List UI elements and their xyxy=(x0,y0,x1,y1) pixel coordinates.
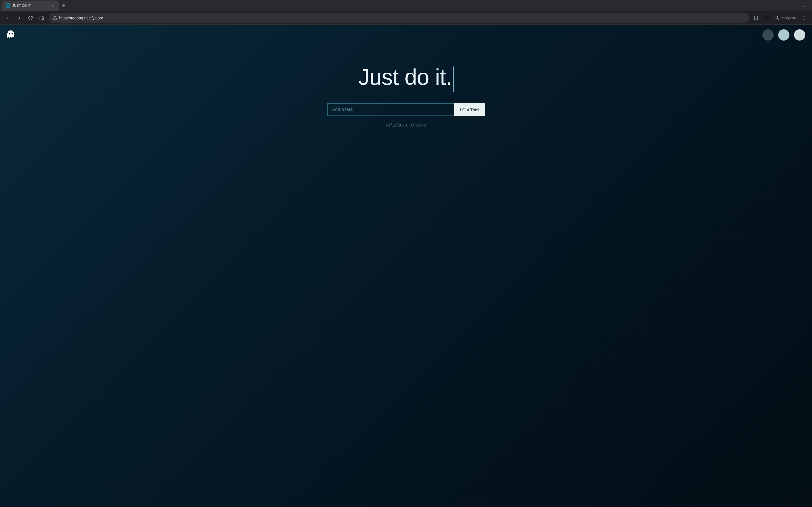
bookmark-button[interactable] xyxy=(751,13,760,22)
submit-task-button[interactable]: I Got This! xyxy=(454,103,485,116)
reload-icon xyxy=(28,15,33,20)
menu-icon xyxy=(802,15,807,20)
home-icon xyxy=(39,15,44,20)
tab-bar: JUST DO IT × + ⌄ xyxy=(0,0,812,11)
forward-button[interactable] xyxy=(15,13,24,22)
incognito-label: Incognito xyxy=(781,16,796,20)
split-screen-button[interactable] xyxy=(762,13,770,22)
lock-icon xyxy=(53,16,57,20)
app-header xyxy=(6,29,16,40)
url-text: https://todoog.netlify.app/ xyxy=(59,16,745,20)
tab-favicon xyxy=(6,3,10,8)
color-theme-picker xyxy=(762,29,805,41)
datetime-display: 01/11/2023, 03:52:02 xyxy=(386,123,426,127)
app-logo xyxy=(6,29,16,40)
bookmark-icon xyxy=(753,15,758,20)
svg-rect-0 xyxy=(54,18,57,19)
svg-point-4 xyxy=(804,16,804,17)
title-cursor xyxy=(453,66,454,92)
reload-button[interactable] xyxy=(26,13,35,22)
home-button[interactable] xyxy=(37,13,46,22)
app-content: Just do it. I Got This! 01/11/2023, 03:5… xyxy=(0,25,812,507)
toolbar-actions: Incognito xyxy=(751,13,809,22)
task-input[interactable] xyxy=(327,103,454,116)
browser-toolbar: https://todoog.netlify.app/ Incognito xyxy=(0,11,812,25)
theme-medium-button[interactable] xyxy=(778,29,790,41)
logo-icon xyxy=(6,29,16,40)
main-content: Just do it. I Got This! 01/11/2023, 03:5… xyxy=(0,25,812,507)
svg-point-3 xyxy=(776,16,778,18)
tab-dropdown-button[interactable]: ⌄ xyxy=(801,1,810,10)
svg-point-8 xyxy=(11,33,13,35)
theme-light-button[interactable] xyxy=(794,29,805,41)
new-tab-button[interactable]: + xyxy=(60,2,68,10)
back-button[interactable] xyxy=(3,13,12,22)
menu-button[interactable] xyxy=(800,13,809,22)
theme-dark-button[interactable] xyxy=(762,29,774,41)
svg-point-7 xyxy=(9,33,10,35)
back-icon xyxy=(5,15,11,21)
main-title-text: Just do it. xyxy=(358,64,452,90)
tab-close-button[interactable]: × xyxy=(50,3,55,8)
tab-title: JUST DO IT xyxy=(12,4,48,8)
incognito-icon xyxy=(774,15,779,21)
svg-point-6 xyxy=(804,19,804,20)
browser-frame: JUST DO IT × + ⌄ xyxy=(0,0,812,507)
svg-point-5 xyxy=(804,18,804,18)
main-title-container: Just do it. xyxy=(358,64,454,92)
address-bar[interactable]: https://todoog.netlify.app/ xyxy=(49,13,749,23)
split-screen-icon xyxy=(763,15,769,20)
forward-icon xyxy=(16,15,22,21)
task-input-section: I Got This! xyxy=(327,103,485,116)
incognito-badge[interactable]: Incognito xyxy=(772,14,799,22)
active-tab[interactable]: JUST DO IT × xyxy=(2,1,59,11)
